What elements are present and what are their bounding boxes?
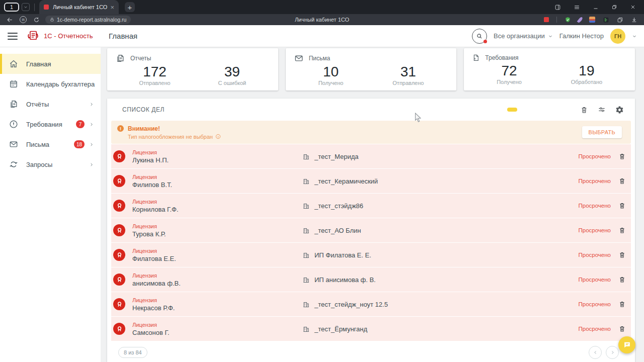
extension-dark-icon[interactable]	[603, 17, 609, 23]
sidebar-item-reports[interactable]: Отчёты	[0, 94, 101, 114]
table-row[interactable]: Лицензия Филатова Е.Е. ИП Филатова Е. Е.…	[111, 243, 631, 267]
sidebar-item-label: Календарь бухгалтера	[26, 80, 95, 88]
sidebar-toggle-icon[interactable]	[8, 33, 18, 40]
chevron-down-icon	[548, 34, 553, 39]
row-delete-icon[interactable]	[618, 152, 626, 160]
filter-chip[interactable]	[542, 108, 552, 112]
stat-card[interactable]: Письма 10 Получено 31 Отправлено	[286, 48, 457, 90]
delete-icon[interactable]	[580, 106, 588, 114]
reports-icon	[115, 53, 125, 63]
info-icon[interactable]	[215, 134, 221, 139]
table-row[interactable]: Лицензия Самсонов Г. _тест_Ёрмунганд Про…	[111, 317, 631, 341]
app-logo-icon[interactable]	[26, 29, 40, 43]
table-row[interactable]: Лицензия анисимова ф.В. ИП анисимова ф. …	[111, 267, 631, 292]
row-company-name: _тест_АО Блин	[314, 227, 361, 234]
row-delete-icon[interactable]	[618, 177, 626, 185]
row-delete-icon[interactable]	[618, 325, 626, 333]
chat-button[interactable]	[618, 336, 635, 353]
url-field[interactable]: 1c-demo-report.astralnalog.ru	[45, 16, 131, 24]
row-type-label: Лицензия	[132, 273, 302, 279]
protect-shield-icon[interactable]	[565, 17, 571, 23]
row-person-name: Лукина Н.П.	[132, 156, 302, 164]
next-page-button[interactable]	[606, 346, 619, 359]
sidebar-item-alert[interactable]: Требования 7	[0, 114, 101, 134]
table-row[interactable]: Лицензия Некрасов Р.Ф. _тест_стейдж_ноут…	[111, 292, 631, 316]
chevron-right-icon	[90, 122, 94, 127]
task-list-panel: СПИСОК ДЕЛ ! Внимание! Тип налогообложен…	[107, 99, 635, 362]
row-delete-icon[interactable]	[618, 276, 626, 284]
tab-list-chevron-button[interactable]	[22, 3, 30, 11]
browser-menu-icon[interactable]	[574, 4, 580, 11]
side-panels-icon[interactable]	[554, 4, 561, 11]
filter-chip[interactable]	[525, 108, 535, 112]
url-text: 1c-demo-report.astralnalog.ru	[57, 17, 126, 23]
table-row[interactable]: Лицензия Турова К.Р. _тест_АО Блин Проср…	[111, 218, 631, 242]
brand-title: 1С - Отчетность	[44, 32, 93, 40]
table-row[interactable]: Лицензия Лукина Н.П. _тест_Мерида Просро…	[111, 144, 631, 168]
filter-sliders-icon[interactable]	[597, 106, 606, 114]
tab-title: Личный кабинет 1СО	[53, 4, 107, 10]
row-company-name: _тест_Ёрмунганд	[314, 325, 367, 333]
refresh-icon[interactable]	[33, 17, 40, 23]
window-close-button[interactable]	[630, 4, 636, 10]
row-delete-icon[interactable]	[618, 202, 626, 210]
sidebar-item-home[interactable]: Главная	[0, 54, 101, 74]
license-icon	[113, 224, 125, 236]
stat-label: Обработано	[571, 79, 603, 85]
avatar[interactable]: ГН	[610, 29, 625, 44]
row-company-name: ИП Филатова Е. Е.	[314, 251, 371, 259]
tab-counter-button[interactable]: 1	[4, 3, 19, 12]
user-menu-chevron-icon[interactable]	[632, 34, 637, 39]
card-title: Отчеты	[130, 55, 151, 62]
filter-chip[interactable]	[560, 108, 570, 112]
tab-close-icon[interactable]: ×	[110, 4, 114, 11]
mail-icon	[294, 53, 304, 63]
calendar-icon	[9, 79, 19, 89]
license-icon	[113, 150, 125, 162]
panel-title: СПИСОК ДЕЛ	[122, 106, 165, 113]
stat-card[interactable]: Требования 72 Получено 19 Обработано	[464, 48, 635, 90]
row-type-label: Лицензия	[132, 199, 302, 205]
row-delete-icon[interactable]	[618, 226, 626, 234]
download-icon[interactable]	[631, 17, 637, 23]
settings-gear-icon[interactable]	[615, 106, 624, 114]
back-icon[interactable]	[7, 17, 13, 23]
recording-indicator-icon	[544, 17, 549, 22]
warning-title: Внимание!	[128, 125, 160, 132]
choose-button[interactable]: ВЫБРАТЬ	[582, 126, 622, 138]
collections-icon[interactable]	[617, 17, 623, 23]
window-restore-button[interactable]	[611, 4, 617, 10]
sidebar-item-sync[interactable]: Запросы	[0, 154, 101, 174]
row-delete-icon[interactable]	[618, 300, 626, 308]
window-minimize-button[interactable]	[593, 4, 599, 10]
sidebar-item-calendar[interactable]: Календарь бухгалтера	[0, 74, 101, 94]
status-badge: Просрочено	[579, 326, 611, 332]
yandex-icon[interactable]: Я	[20, 16, 27, 23]
search-button[interactable]	[472, 29, 487, 44]
extension-icon[interactable]	[589, 17, 595, 23]
search-icon	[476, 33, 483, 40]
stat-value: 19	[571, 63, 603, 79]
row-delete-icon[interactable]	[618, 251, 626, 259]
prev-page-button[interactable]	[589, 346, 602, 359]
sidebar-item-mail[interactable]: Письма 18	[0, 134, 101, 154]
count-badge: 7	[76, 120, 85, 128]
chevron-down-icon	[24, 5, 28, 9]
building-icon	[302, 153, 310, 160]
filter-chip[interactable]	[507, 108, 517, 112]
status-badge: Просрочено	[579, 301, 611, 307]
stat-value: 72	[497, 63, 522, 79]
table-row[interactable]: Лицензия Филипов В.Т. _тест_Керамический…	[111, 169, 631, 193]
feather-extension-icon[interactable]	[577, 16, 584, 23]
row-person-name: Некрасов Р.Ф.	[132, 304, 302, 312]
row-company-name: _тест_стейдж_ноут 12.5	[314, 301, 388, 308]
org-selector[interactable]: Все организации	[494, 32, 553, 40]
row-type-label: Лицензия	[132, 297, 302, 303]
status-badge: Просрочено	[579, 277, 611, 283]
browser-tab-active[interactable]: Личный кабинет 1СО ×	[39, 0, 119, 14]
stat-card[interactable]: Отчеты 172 Отправлено 39 С ошибкой	[107, 48, 278, 90]
table-row[interactable]: Лицензия Корнилова Г.Ф. _тест_стэйдж86 П…	[111, 194, 631, 218]
new-tab-button[interactable]: +	[125, 2, 135, 12]
tab-separator	[34, 4, 35, 11]
status-badge: Просрочено	[579, 153, 611, 159]
